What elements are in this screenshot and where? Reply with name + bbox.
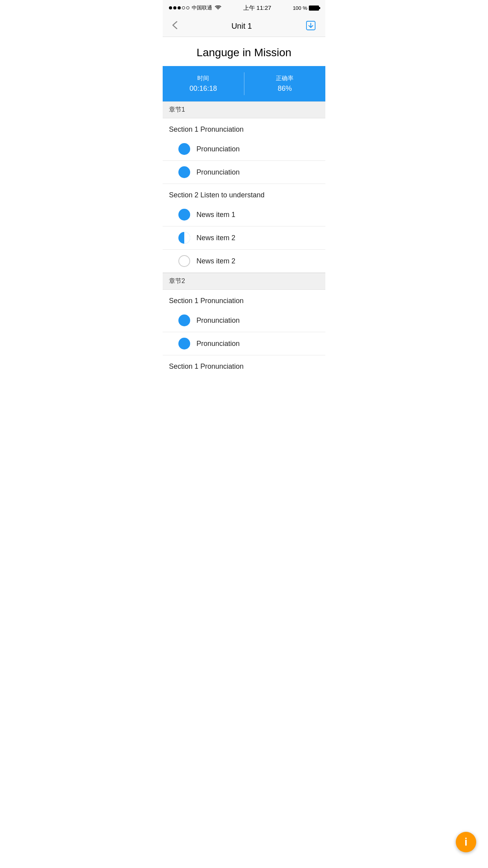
time-value: 00:16:18 <box>189 85 217 93</box>
accuracy-label: 正确率 <box>276 75 294 82</box>
stat-accuracy: 正确率 86% <box>244 66 326 101</box>
status-left: 中国联通 <box>169 4 222 11</box>
list-item-0-1-1[interactable]: News item 2 <box>163 226 325 250</box>
battery-fill <box>310 6 318 10</box>
list-item-0-0-1[interactable]: Pronunciation <box>163 161 325 184</box>
item-label-1-0-1: Pronunciation <box>196 340 240 348</box>
wifi-icon <box>215 5 222 11</box>
list-item-0-0-0[interactable]: Pronunciation <box>163 138 325 161</box>
item-icon-full <box>178 143 190 155</box>
accuracy-value: 86% <box>278 85 292 93</box>
back-button[interactable] <box>169 19 181 33</box>
dot3 <box>178 6 181 9</box>
item-icon-full <box>178 314 190 326</box>
item-icon-full <box>178 166 190 178</box>
content-area: 章节1Section 1 PronunciationPronunciationP… <box>163 101 325 375</box>
page-title: Languge in Mission <box>169 46 319 59</box>
page-title-section: Languge in Mission <box>163 37 325 66</box>
dot5 <box>186 6 189 9</box>
list-item-0-1-2[interactable]: News item 2 <box>163 250 325 273</box>
section-title-1-0: Section 1 Pronunciation <box>163 290 325 309</box>
download-button[interactable] <box>303 19 319 34</box>
status-right: 100 % <box>293 5 319 11</box>
item-icon-half <box>178 232 190 244</box>
item-label-1-0-0: Pronunciation <box>196 316 240 325</box>
nav-title: Unit 1 <box>231 22 252 31</box>
stats-bar: 时间 00:16:18 正确率 86% <box>163 66 325 101</box>
section-title-1-1: Section 1 Pronunciation <box>163 355 325 375</box>
list-item-1-0-1[interactable]: Pronunciation <box>163 332 325 355</box>
item-icon-empty <box>178 255 190 267</box>
time-label: 时间 <box>197 75 209 82</box>
item-label-0-0-0: Pronunciation <box>196 145 240 153</box>
item-icon-full <box>178 209 190 221</box>
dot4 <box>182 6 185 9</box>
dot2 <box>173 6 176 9</box>
item-label-0-1-0: News item 1 <box>196 211 235 219</box>
battery-percent: 100 % <box>293 5 307 11</box>
stat-time: 时间 00:16:18 <box>163 66 244 101</box>
item-label-0-1-2: News item 2 <box>196 257 235 265</box>
list-item-0-1-0[interactable]: News item 1 <box>163 203 325 226</box>
nav-bar: Unit 1 <box>163 16 325 37</box>
section-title-0-0: Section 1 Pronunciation <box>163 118 325 138</box>
item-icon-full <box>178 338 190 349</box>
section-title-0-1: Section 2 Listen to understand <box>163 184 325 203</box>
chapter-header-0: 章节1 <box>163 101 325 118</box>
item-label-0-0-1: Pronunciation <box>196 168 240 177</box>
status-bar: 中国联通 上午 11:27 100 % <box>163 0 325 16</box>
dot1 <box>169 6 172 9</box>
status-time: 上午 11:27 <box>243 4 272 12</box>
chapter-header-1: 章节2 <box>163 273 325 290</box>
list-item-1-0-0[interactable]: Pronunciation <box>163 309 325 332</box>
carrier-label: 中国联通 <box>192 4 212 11</box>
signal-dots <box>169 6 189 9</box>
battery-icon <box>309 6 319 11</box>
item-label-0-1-1: News item 2 <box>196 234 235 242</box>
